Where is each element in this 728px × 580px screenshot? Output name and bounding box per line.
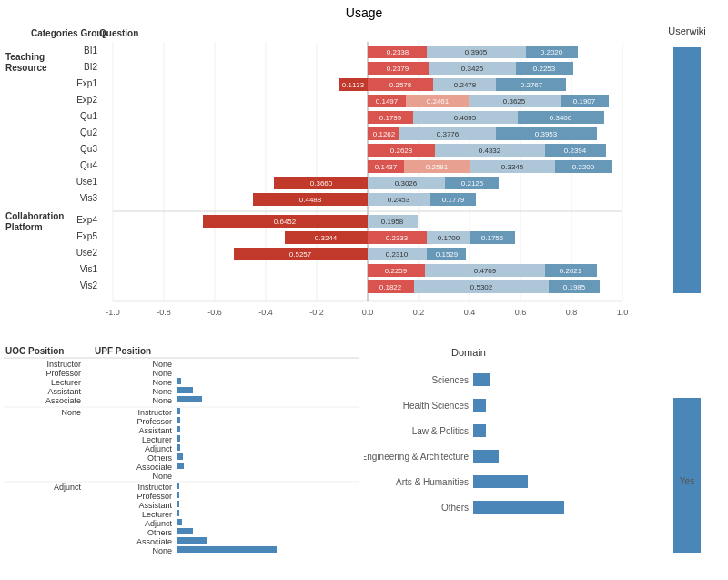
bar-val: 0.2310	[386, 250, 409, 259]
domain-engineering: Engineering & Architecture	[364, 452, 469, 462]
bar-val: 0.5257	[289, 250, 312, 259]
upf-none2: None	[152, 369, 172, 378]
bar-val: 0.4095	[454, 114, 477, 122]
bar-val: 0.3660	[310, 179, 333, 188]
row-label-use1: Use1	[76, 177, 98, 187]
row-label-exp1: Exp1	[76, 78, 97, 88]
row-label-vis2: Vis2	[80, 280, 98, 290]
bar-val: 0.3400	[550, 114, 572, 122]
bar-val: 0.2200	[572, 163, 595, 171]
bar-val: 0.2478	[454, 81, 477, 89]
upf-none7: None	[152, 546, 172, 555]
bar-val: 0.3026	[395, 179, 418, 188]
upf-lecturer3: Lecturer	[142, 510, 172, 519]
upf-instructor: Instructor	[137, 408, 172, 417]
bar-val: 0.1779	[442, 196, 465, 204]
domain-arts: Arts & Humanities	[396, 477, 469, 487]
group-label-tr: Teaching	[5, 52, 45, 62]
userwiki-title: Userwiki	[668, 25, 706, 36]
row-label-qu3: Qu3	[80, 144, 97, 154]
bar-adj-adjunct	[177, 519, 182, 525]
userwiki-chart-top: No	[655, 38, 719, 339]
uoc-instructor: Instructor	[46, 360, 81, 369]
bar-val: 0.1756	[481, 234, 504, 242]
uoc-assistant: Assistant	[47, 387, 81, 396]
main-chart-area: Categories Group Question -1.0 -0.8 -0.6…	[0, 24, 646, 340]
bar-n-assistant	[177, 426, 180, 432]
bar-val: 0.6452	[274, 218, 297, 226]
bar-val: 0.3345	[501, 163, 524, 171]
row-label-use2: Use2	[76, 248, 98, 258]
xaxis-label: 0.4	[464, 308, 476, 317]
domain-law: Law & Politics	[412, 426, 469, 436]
upf-none: None	[152, 360, 172, 369]
domain-health: Health Sciences	[403, 401, 469, 411]
bar-val: 0.3905	[465, 48, 488, 56]
row-label-qu1: Qu1	[80, 111, 97, 121]
row-label-exp4: Exp4	[76, 215, 97, 225]
userwiki-yes-bar	[673, 398, 701, 553]
xaxis-label: -0.2	[309, 308, 324, 317]
bar-val: 0.2338	[387, 48, 410, 56]
bar-val: 0.1700	[438, 234, 460, 242]
bar-val: 0.1437	[375, 163, 398, 171]
bar-val: 0.1262	[373, 130, 396, 138]
position-chart: UOC Position UPF Position Instructor Non…	[4, 343, 359, 571]
upf-instructor3: Instructor	[137, 483, 172, 492]
row-label-exp5: Exp5	[76, 231, 97, 241]
bar-val: 0.2767	[521, 81, 543, 89]
upf-professor: Professor	[136, 417, 172, 426]
bar-val: 0.1822	[379, 283, 402, 291]
upf-professor3: Professor	[136, 492, 172, 501]
col2-header: UPF Position	[95, 346, 151, 356]
bar-val: 0.2259	[385, 267, 408, 275]
upf-assistant3: Assistant	[138, 501, 172, 510]
upf-none4: None	[152, 387, 172, 396]
bar-val: 0.2453	[388, 196, 410, 204]
bar-adj-lecturer	[177, 510, 179, 516]
bar-val: 0.1529	[436, 250, 459, 259]
bar-adj-associate	[177, 537, 207, 544]
row-label-vis3: Vis3	[80, 193, 98, 203]
bar-engineering	[473, 450, 499, 463]
uoc-lecturer: Lecturer	[51, 378, 81, 387]
bar-n-adjunct	[177, 444, 180, 451]
bar-val: 0.2379	[387, 65, 410, 73]
diverging-bar-chart: Categories Group Question -1.0 -0.8 -0.6…	[4, 24, 622, 338]
bar-law	[473, 424, 486, 437]
xaxis-label: 1.0	[617, 308, 629, 317]
xaxis-label: 0.2	[413, 308, 425, 317]
upf-none5: None	[152, 396, 172, 405]
bar-val: 0.4488	[299, 196, 322, 204]
row-label-bi2: BI2	[84, 62, 97, 72]
bar-val: 0.2394	[564, 147, 587, 155]
bottom-section: UOC Position UPF Position Instructor Non…	[0, 343, 728, 573]
bar-val: 0.5302	[470, 283, 493, 291]
bar-assistant	[177, 387, 193, 393]
bar-n-lecturer	[177, 435, 180, 442]
bottom-left-chart: UOC Position UPF Position Instructor Non…	[0, 343, 355, 573]
bar-val: 0.2125	[461, 179, 484, 188]
bar-val: 0.1799	[379, 114, 402, 122]
bar-n-professor	[177, 417, 180, 423]
bar-n-associate	[177, 463, 184, 469]
upf-others3: Others	[147, 528, 173, 537]
upf-associate2: Associate	[136, 463, 172, 472]
xaxis-label: -0.4	[258, 308, 273, 317]
upf-assistant2: Assistant	[138, 426, 172, 435]
bar-val: 0.2021	[560, 267, 582, 275]
bar-val: 0.2628	[390, 147, 413, 155]
bar-val: 0.2461	[427, 97, 450, 106]
cat-header: Categories Group	[31, 28, 107, 38]
uoc-associate: Associate	[46, 396, 81, 405]
row-label-vis1: Vis1	[80, 264, 98, 274]
bar-val: 0.2578	[389, 81, 412, 89]
domain-title: Domain	[451, 347, 486, 358]
uoc-adjunct: Adjunct	[54, 483, 82, 492]
xaxis-label: 0.8	[566, 308, 578, 317]
bar-adj-none	[177, 546, 277, 553]
upf-none6: None	[152, 472, 172, 481]
domain-sciences: Sciences	[431, 375, 469, 385]
upf-adjunct2: Adjunct	[145, 444, 173, 453]
group-label-tr2: Resource	[5, 63, 47, 73]
